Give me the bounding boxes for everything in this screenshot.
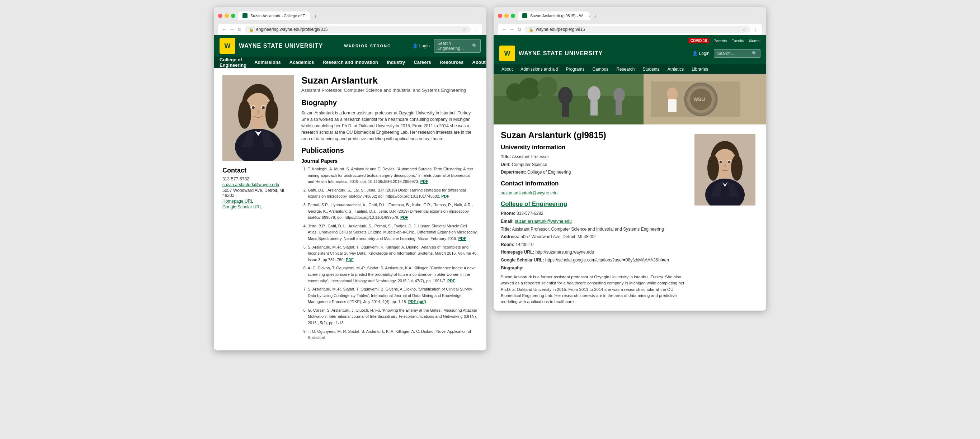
active-tab-left[interactable]: Suzan Arslanturk - College of E... ✕	[238, 11, 310, 20]
hero-right-svg: WSU	[644, 74, 766, 124]
search-icon-left[interactable]: 🔍	[472, 43, 477, 48]
svg-point-20	[587, 86, 600, 102]
address-box-right[interactable]: 🔒 wayne.edu/people/gl9815 ☆	[525, 26, 751, 33]
forward-button-right[interactable]: →	[509, 27, 514, 32]
back-button-left[interactable]: ←	[222, 27, 227, 32]
new-tab-button-left[interactable]: +	[311, 12, 319, 20]
logo-area-right: W WAYNE STATE UNIVERSITY	[500, 46, 603, 61]
close-button[interactable]	[218, 14, 223, 18]
google-scholar-url-link[interactable]: Google Scholar URL	[223, 204, 294, 210]
new-tab-button-right[interactable]: +	[591, 12, 599, 20]
r-address-label: Address:	[501, 234, 519, 239]
pdf-link-6[interactable]: PDF	[447, 279, 455, 283]
alumni-link[interactable]: Alumni	[748, 39, 760, 43]
forward-button-left[interactable]: →	[229, 27, 235, 32]
tab-title-right: Suzan Arslanturk (gl9815) - W...	[530, 14, 586, 18]
faculty-link[interactable]: Faculty	[732, 39, 744, 43]
nav-research-right[interactable]: Research	[612, 64, 638, 74]
nav-athletics[interactable]: Athletics	[664, 64, 687, 74]
pdf-link-1[interactable]: PDF	[420, 179, 428, 184]
nav-programs[interactable]: Programs	[562, 64, 588, 74]
svg-point-26	[537, 77, 557, 97]
r-address-row: Address: 5057 Woodward Ave, Detroit, MI …	[501, 233, 687, 241]
homepage-url-link[interactable]: Homepage URL	[223, 199, 294, 204]
svg-point-18	[558, 87, 573, 105]
maximize-button[interactable]	[231, 14, 235, 18]
r-college-title-row: Title: Assistant Professor, Computer Sci…	[501, 226, 687, 234]
tab-close-right[interactable]: ✕	[589, 14, 590, 18]
address-icons-right: ☆	[743, 27, 746, 32]
nav-admissions-aid[interactable]: Admissions and aid	[517, 64, 562, 74]
pdf-link-5[interactable]: PDF	[346, 258, 354, 262]
star-icon-right[interactable]: ☆	[743, 27, 746, 32]
nav-about[interactable]: About	[468, 57, 487, 68]
main-nav-right: About Admissions and aid Programs Campus…	[493, 64, 766, 74]
minimize-button-right[interactable]	[504, 14, 509, 18]
nav-campus[interactable]: Campus	[589, 64, 612, 74]
search-icon-right[interactable]: 🔍	[752, 51, 757, 56]
pdf-link-3[interactable]: PDF	[400, 215, 408, 220]
nav-industry[interactable]: Industry	[383, 57, 409, 68]
r-university-info-heading: University information	[501, 144, 687, 151]
back-button-right[interactable]: ←	[501, 27, 506, 32]
wsu-shield-right[interactable]: W	[500, 46, 515, 61]
tab-title-left: Suzan Arslanturk - College of E...	[250, 14, 309, 18]
nav-careers[interactable]: Careers	[410, 57, 434, 68]
address-bar-row-left: ← → ↻ 🔒 engineering.wayne.edu/profile/gl…	[218, 24, 482, 35]
pdf-link-2[interactable]: PDF	[441, 194, 449, 198]
browser-tabs-right: Suzan Arslanturk (gl9815) - W... ✕ +	[518, 11, 599, 20]
pub-item-8: G. Corser, S. Arslanturk, J. Oluoch, H. …	[308, 307, 478, 326]
r-unit-label: Unit:	[501, 162, 511, 167]
search-bar-right[interactable]: Search... 🔍	[714, 49, 760, 58]
login-button-right[interactable]: 👤 Login	[692, 51, 710, 56]
menu-icon-left[interactable]: ⋮	[474, 27, 479, 32]
site-header-right: COVID-19 Parents Faculty Alumni W WAYNE …	[493, 35, 766, 64]
contact-address: 5057 Woodward Ave, Detroit, MI 48202	[223, 188, 294, 198]
nav-research[interactable]: Research and innovation	[319, 57, 382, 68]
close-button-right[interactable]	[498, 14, 502, 18]
nav-about-right[interactable]: About	[498, 64, 516, 74]
star-icon[interactable]: ☆	[463, 27, 466, 32]
svg-rect-34	[668, 99, 676, 112]
active-tab-right[interactable]: Suzan Arslanturk (gl9815) - W... ✕	[518, 11, 590, 20]
parents-link[interactable]: Parents	[713, 39, 727, 43]
site-header-left: W WAYNE STATE UNIVERSITY WARRIOR STRONG …	[214, 35, 487, 57]
r-phone-value: 313-577-6282	[517, 211, 543, 216]
reload-button-right[interactable]: ↻	[517, 27, 522, 32]
svg-point-44	[724, 164, 726, 167]
search-bar-left[interactable]: Search Engineering... 🔍	[434, 39, 480, 53]
college-of-engineering-link[interactable]: College of Engineering	[501, 200, 687, 208]
nav-students[interactable]: Students	[639, 64, 663, 74]
login-button-left[interactable]: 👤 Login	[412, 43, 430, 48]
nav-academics[interactable]: Academics	[286, 57, 318, 68]
maximize-button-right[interactable]	[511, 14, 515, 18]
page-content-left: Contact 313-577-6782 suzan.arslanturk@wa…	[214, 68, 487, 350]
r-unit-row: Unit: Computer Science	[501, 161, 687, 169]
wsu-shield-left[interactable]: W	[220, 38, 235, 54]
contact-email-link[interactable]: suzan.arslanturk@wayne.edu	[223, 182, 294, 187]
pdf-link-7[interactable]: PDF (pdf)	[408, 299, 426, 304]
menu-icon-right[interactable]: ⋮	[753, 27, 758, 32]
reload-button-left[interactable]: ↻	[237, 27, 242, 32]
header-main-right: W WAYNE STATE UNIVERSITY 👤 Login Search.…	[500, 46, 760, 61]
header-right-left: 👤 Login Search Engineering... 🔍	[412, 39, 480, 53]
svg-point-4	[238, 100, 251, 129]
r-bio-heading-row: Biography:	[501, 264, 687, 272]
minimize-button[interactable]	[224, 14, 229, 18]
nav-resources[interactable]: Resources	[436, 57, 467, 68]
r-college-email-link[interactable]: suzan.arslanturk@wayne.edu	[515, 219, 571, 224]
r-room-label: Room:	[501, 242, 514, 247]
pdf-link-4[interactable]: PDF	[458, 236, 466, 241]
nav-libraries[interactable]: Libraries	[688, 64, 712, 74]
publications-list: T. Khaleghi, A. Murat, S. Arslanturk and…	[301, 166, 478, 341]
address-bar-row-right: ← → ↻ 🔒 wayne.edu/people/gl9815 ☆ ⋮	[498, 24, 762, 35]
nav-admissions[interactable]: Admissions	[251, 57, 285, 68]
contact-heading: Contact	[223, 167, 294, 174]
bio-heading-left: Biography	[301, 99, 478, 107]
person-icon-right: 👤	[692, 51, 698, 56]
r-scholar-label: Google Scholar URL:	[501, 258, 544, 262]
covid-badge[interactable]: COVID-19	[688, 38, 709, 43]
r-email-link[interactable]: suzan.arslanturk@wayne.edu	[501, 191, 557, 196]
address-box-left[interactable]: 🔒 engineering.wayne.edu/profile/gl9815 ☆	[245, 26, 471, 33]
r-bio-text: Suzan Arslanturk is a former assistant p…	[501, 274, 687, 305]
